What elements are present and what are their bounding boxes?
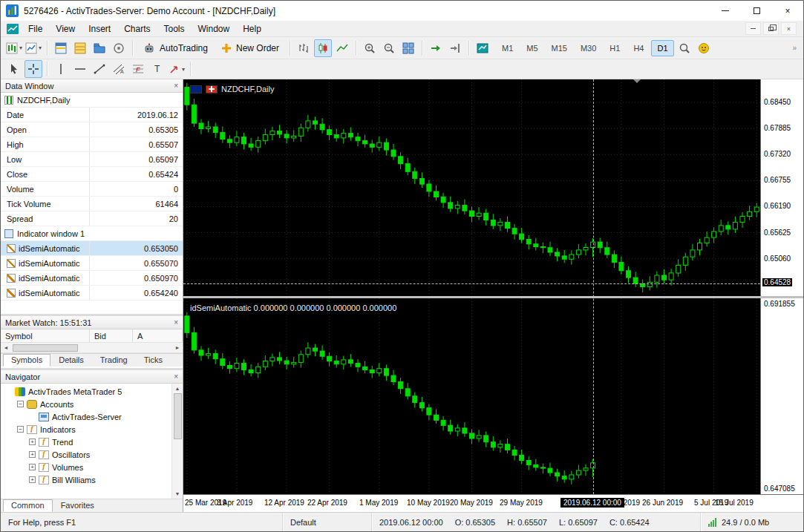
- scroll-up-icon[interactable]: ▲: [175, 384, 180, 393]
- maximize-button[interactable]: [741, 1, 772, 21]
- trendline-tool-button[interactable]: [91, 60, 108, 78]
- data-window-titlebar[interactable]: Data Window ×: [1, 79, 183, 93]
- data-window-row-low[interactable]: Low0.65097: [1, 152, 183, 167]
- navigator-item-accounts[interactable]: −Accounts: [1, 398, 171, 410]
- indicators-button[interactable]: [474, 39, 491, 57]
- navigator-close-icon[interactable]: ×: [174, 372, 178, 381]
- navigator-titlebar[interactable]: Navigator ×: [1, 370, 183, 384]
- data-window-row-date[interactable]: Date2019.06.12: [1, 108, 183, 122]
- navigator-item-indicators[interactable]: −Indicators: [1, 423, 171, 436]
- horizontal-line-tool-button[interactable]: [71, 60, 89, 78]
- collapse-icon[interactable]: −: [17, 426, 24, 433]
- expand-icon[interactable]: +: [29, 464, 36, 470]
- arrows-tool-button[interactable]: ▾: [168, 60, 186, 78]
- navigator-tab-favorites[interactable]: Favorites: [53, 499, 102, 512]
- scroll-down-icon[interactable]: ▼: [175, 489, 180, 499]
- data-window-indicator-row-3[interactable]: idSemiAutomatic0.654240: [1, 286, 183, 301]
- menu-help[interactable]: Help: [236, 22, 268, 36]
- menu-tools[interactable]: Tools: [157, 22, 192, 36]
- indicator-subwindow-chart[interactable]: [183, 298, 760, 494]
- expand-icon[interactable]: +: [29, 476, 36, 483]
- main-price-chart[interactable]: [183, 79, 760, 296]
- column-header-symbol[interactable]: Symbol: [1, 329, 90, 342]
- data-window-indicator-row-2[interactable]: idSemiAutomatic0.650970: [1, 271, 183, 286]
- profiles-button[interactable]: ▾: [24, 39, 42, 57]
- autotrading-button[interactable]: AutoTrading: [137, 39, 215, 57]
- menu-file[interactable]: File: [22, 22, 49, 36]
- timeframe-m5-button[interactable]: M5: [520, 40, 543, 56]
- bar-chart-button[interactable]: [295, 39, 313, 57]
- indicator-window-section-row[interactable]: Indicator window 1: [1, 226, 183, 241]
- navigator-button[interactable]: [91, 39, 108, 57]
- hscroll-thumb[interactable]: [13, 344, 78, 352]
- panel-splitter[interactable]: [183, 296, 803, 298]
- new-order-button[interactable]: New Order: [215, 39, 286, 57]
- navigator-item-volumes[interactable]: +Volumes: [1, 461, 171, 473]
- close-button[interactable]: ×: [772, 1, 803, 21]
- chart-area[interactable]: NZDCHF,Daily idSemiAutomatic 0.000000 0.…: [183, 79, 803, 512]
- status-profile[interactable]: Default: [283, 513, 372, 531]
- search-button[interactable]: [676, 39, 693, 57]
- data-window-symbol-row[interactable]: NZDCHF,Daily: [1, 93, 183, 108]
- status-connection[interactable]: 24.9 / 0.0 Mb: [701, 513, 803, 531]
- data-window-row-high[interactable]: High0.65507: [1, 137, 183, 152]
- market-watch-button[interactable]: [52, 39, 70, 57]
- timeframe-m15-button[interactable]: M15: [546, 40, 573, 56]
- menu-window[interactable]: Window: [192, 22, 237, 36]
- toolbar-overflow-button[interactable]: »: [789, 44, 800, 52]
- data-window-row-spread[interactable]: Spread20: [1, 211, 183, 226]
- equidistant-channel-tool-button[interactable]: A: [110, 60, 128, 78]
- scroll-left-icon[interactable]: ◄: [1, 345, 11, 350]
- fibonacci-tool-button[interactable]: F: [129, 60, 147, 78]
- data-window-indicator-row-0[interactable]: idSemiAutomatic0.653050: [1, 241, 183, 256]
- navigator-item-trend[interactable]: +Trend: [1, 436, 171, 448]
- vscroll-thumb[interactable]: [174, 393, 182, 439]
- expand-icon[interactable]: +: [29, 439, 36, 445]
- timeframe-h1-button[interactable]: H1: [604, 40, 626, 56]
- timeframe-m30-button[interactable]: M30: [575, 40, 602, 56]
- data-window-close-icon[interactable]: ×: [174, 82, 178, 90]
- column-header-a[interactable]: A: [133, 329, 183, 342]
- menu-insert[interactable]: Insert: [82, 22, 117, 36]
- auto-scroll-button[interactable]: [427, 39, 445, 57]
- column-header-bid[interactable]: Bid: [90, 329, 133, 342]
- new-chart-button[interactable]: ▾: [5, 39, 23, 57]
- market-watch-tab-trading[interactable]: Trading: [92, 354, 136, 367]
- price-scale-indicator[interactable]: 0.691855 0.647085: [760, 298, 803, 494]
- zoom-in-button[interactable]: [361, 39, 379, 57]
- market-watch-tab-ticks[interactable]: Ticks: [136, 354, 171, 367]
- chart-restore-button[interactable]: [763, 22, 779, 35]
- minimize-button[interactable]: [710, 1, 741, 21]
- chart-close-button[interactable]: ×: [781, 22, 797, 35]
- navigator-vscrollbar[interactable]: ▲ ▼: [171, 384, 183, 499]
- market-watch-titlebar[interactable]: Market Watch: 15:51:31 ×: [1, 316, 183, 329]
- data-window-indicator-row-1[interactable]: idSemiAutomatic0.655070: [1, 256, 183, 271]
- chart-shift-marker[interactable]: [633, 79, 641, 87]
- zoom-out-button[interactable]: [380, 39, 398, 57]
- price-scale-main[interactable]: 0.684500.678850.673200.667550.661900.656…: [760, 79, 803, 296]
- text-tool-button[interactable]: T: [148, 60, 166, 78]
- tile-windows-button[interactable]: [399, 39, 417, 57]
- market-watch-close-icon[interactable]: ×: [174, 318, 178, 326]
- cursor-tool-button[interactable]: [5, 60, 23, 78]
- data-window-button[interactable]: [71, 39, 89, 57]
- navigator-item-bill-williams[interactable]: +Bill Williams: [1, 473, 171, 486]
- vertical-line-tool-button[interactable]: [52, 60, 70, 78]
- market-watch-tab-symbols[interactable]: Symbols: [3, 354, 50, 367]
- crosshair-tool-button[interactable]: [24, 60, 42, 78]
- data-window-row-open[interactable]: Open0.65305: [1, 122, 183, 137]
- data-window-row-tick-volume[interactable]: Tick Volume61464: [1, 197, 183, 211]
- line-chart-button[interactable]: [333, 39, 351, 57]
- expand-icon[interactable]: +: [29, 451, 36, 458]
- menu-charts[interactable]: Charts: [117, 22, 157, 36]
- scroll-right-icon[interactable]: ►: [172, 345, 183, 350]
- chart-shift-button[interactable]: [446, 39, 464, 57]
- timeframe-d1-button[interactable]: D1: [651, 40, 673, 56]
- chart-minimize-button[interactable]: [745, 22, 761, 35]
- timeframe-h4-button[interactable]: H4: [627, 40, 650, 56]
- market-watch-tab-details[interactable]: Details: [50, 354, 92, 367]
- candlestick-chart-button[interactable]: [314, 39, 332, 57]
- market-watch-hscrollbar[interactable]: ◄ ►: [1, 343, 183, 353]
- collapse-icon[interactable]: −: [17, 401, 24, 407]
- navigator-item-activtrades-metatrader-5[interactable]: ActivTrades MetaTrader 5: [1, 385, 171, 398]
